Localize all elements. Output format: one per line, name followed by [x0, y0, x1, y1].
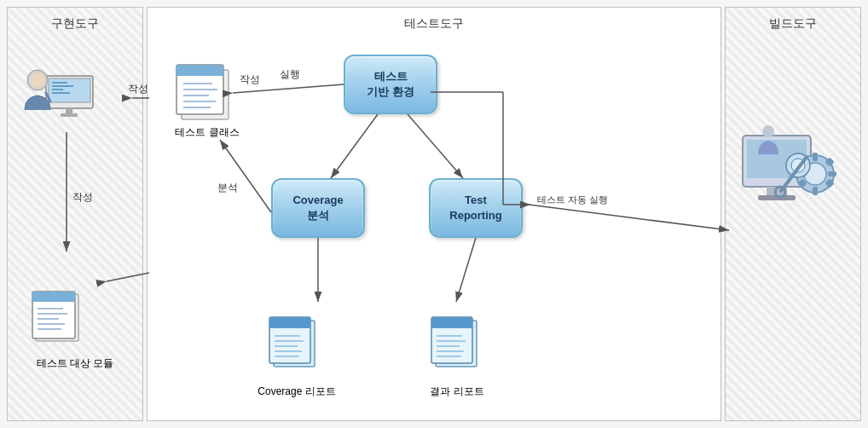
test-class-doc [173, 63, 241, 127]
build-tool-icon [734, 110, 854, 212]
svg-line-52 [331, 114, 378, 178]
test-class-label: 테스트 클래스 [165, 125, 250, 140]
result-report-label: 결과 리포트 [419, 385, 495, 399]
svg-text:분석: 분석 [217, 182, 238, 194]
col-middle: 테스트도구 테스트 클래스 테스트 기반 환경 [147, 7, 721, 421]
coverage-report-label: Coverage 리포트 [250, 385, 344, 399]
svg-point-9 [30, 72, 45, 88]
svg-text:실행: 실행 [280, 68, 300, 80]
col-left-title: 구현도구 [8, 16, 142, 32]
svg-rect-68 [828, 171, 836, 176]
svg-rect-15 [32, 298, 75, 302]
svg-rect-65 [813, 153, 818, 161]
svg-rect-24 [176, 72, 223, 76]
test-reporting-box: Test Reporting [429, 178, 523, 238]
svg-line-56 [220, 140, 271, 212]
col-right-title: 빌드도구 [726, 16, 860, 32]
coverage-report-doc [267, 315, 325, 373]
col-middle-title: 테스트도구 [148, 16, 720, 32]
svg-line-50 [233, 84, 344, 93]
svg-point-77 [762, 125, 774, 137]
svg-rect-6 [66, 108, 72, 113]
test-env-box: 테스트 기반 환경 [344, 55, 437, 114]
svg-rect-42 [431, 325, 472, 328]
svg-text:작성: 작성 [240, 73, 260, 85]
test-module-doc [29, 290, 89, 348]
result-report-doc [429, 315, 487, 373]
col-right: 빌드도구 [725, 7, 861, 421]
col-left: 구현도구 [7, 7, 143, 421]
svg-rect-7 [61, 113, 78, 117]
svg-rect-33 [269, 325, 310, 328]
main-container: 구현도구 [0, 0, 868, 428]
test-module-label: 테스트 대상 모듈 [8, 356, 142, 371]
svg-line-55 [456, 238, 476, 302]
coverage-box: Coverage 분석 [271, 178, 365, 238]
svg-rect-66 [813, 187, 818, 195]
svg-line-53 [408, 114, 463, 178]
svg-rect-1 [49, 78, 90, 102]
person-icon [20, 55, 97, 123]
